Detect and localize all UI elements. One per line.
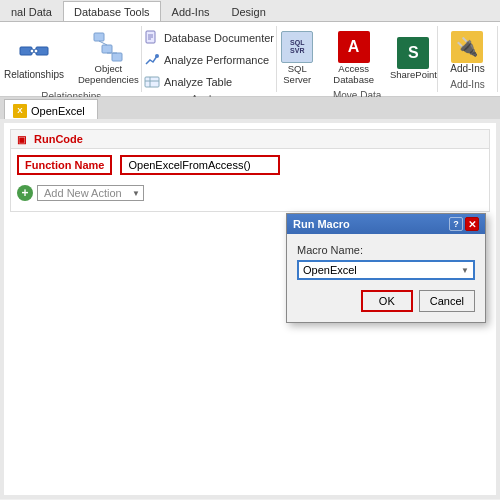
relationships-label: Relationships [4, 69, 64, 80]
add-action-row: + Add New Action ▼ [17, 181, 483, 205]
dialog-close-button[interactable]: ✕ [465, 217, 479, 231]
sql-server-icon: SQLSVR [281, 31, 313, 63]
ribbon: nal Data Database Tools Add-Ins Design [0, 0, 500, 97]
object-dependencies-button[interactable]: ObjectDependencies [73, 28, 144, 89]
dropdown-arrow-icon: ▼ [461, 266, 469, 275]
analyze-buttons: Database Documenter Analyze Performance [139, 28, 279, 92]
dialog-titlebar: Run Macro ? ✕ [287, 214, 485, 234]
sql-server-label: SQLServer [283, 63, 311, 85]
dialog-title-controls: ? ✕ [449, 217, 479, 231]
svg-point-4 [34, 49, 38, 53]
ok-button[interactable]: OK [361, 290, 413, 312]
tab-external-data[interactable]: nal Data [0, 1, 63, 21]
relationships-icon [18, 37, 50, 69]
svg-rect-15 [145, 77, 159, 87]
svg-rect-6 [102, 45, 112, 53]
analyze-table-icon [144, 74, 160, 90]
access-database-icon: A [338, 31, 370, 63]
db-documenter-icon [144, 30, 160, 46]
svg-point-14 [155, 54, 159, 58]
tab-add-ins[interactable]: Add-Ins [161, 1, 221, 21]
tab-database-tools[interactable]: Database Tools [63, 1, 161, 21]
tab-icon: X [13, 104, 27, 118]
ribbon-content: Relationships ObjectDependencies [0, 22, 500, 96]
addins-group-label: Add-Ins [450, 79, 484, 90]
add-ins-label: Add-Ins [450, 63, 484, 74]
ribbon-tab-bar: nal Data Database Tools Add-Ins Design [0, 0, 500, 22]
run-macro-dialog: Run Macro ? ✕ Macro Name: OpenExcel ▼ OK… [286, 213, 486, 323]
analyze-performance-button[interactable]: Analyze Performance [139, 50, 279, 70]
section-header: ▣ RunCode [10, 129, 490, 149]
ribbon-group-move-data: SQLSVR SQLServer A AccessDatabase S Shar… [277, 26, 438, 92]
function-name-label: Function Name [17, 155, 112, 175]
access-database-label: AccessDatabase [333, 63, 374, 85]
dialog-help-button[interactable]: ? [449, 217, 463, 231]
sharepoint-icon: S [397, 37, 429, 69]
function-name-value: OpenExcelFromAccess() [120, 155, 280, 175]
macro-name-label: Macro Name: [297, 244, 475, 256]
macro-name-input[interactable]: OpenExcel ▼ [297, 260, 475, 280]
section-label: RunCode [34, 133, 83, 145]
addins-buttons: 🔌 Add-Ins [442, 28, 492, 77]
move-data-buttons: SQLSVR SQLServer A AccessDatabase S Shar… [272, 28, 442, 88]
add-action-select-wrapper[interactable]: Add New Action ▼ [37, 185, 144, 201]
document-area: X OpenExcel ▣ RunCode Function Name Open… [0, 97, 500, 499]
analyze-performance-icon [144, 52, 160, 68]
dialog-body: Macro Name: OpenExcel ▼ OK Cancel [287, 234, 485, 322]
svg-rect-5 [94, 33, 104, 41]
tab-label: OpenExcel [31, 105, 85, 117]
main-content: ▣ RunCode Function Name OpenExcelFromAcc… [4, 123, 496, 495]
sharepoint-button[interactable]: S SharePoint [385, 34, 442, 83]
svg-line-8 [99, 41, 107, 45]
analyze-table-button[interactable]: Analyze Table [139, 72, 279, 92]
relationships-button[interactable]: Relationships [0, 34, 69, 83]
cancel-button[interactable]: Cancel [419, 290, 475, 312]
relationships-buttons: Relationships ObjectDependencies [0, 28, 144, 89]
open-excel-tab[interactable]: X OpenExcel [4, 99, 98, 119]
access-database-button[interactable]: A AccessDatabase [328, 28, 379, 88]
ribbon-group-addins: 🔌 Add-Ins Add-Ins [438, 26, 498, 92]
dialog-buttons: OK Cancel [297, 290, 475, 312]
ribbon-group-analyze: Database Documenter Analyze Performance [142, 26, 278, 92]
svg-rect-7 [112, 53, 122, 61]
object-dependencies-label: ObjectDependencies [78, 63, 139, 86]
analyze-vertical-buttons: Database Documenter Analyze Performance [139, 28, 279, 92]
add-ins-icon: 🔌 [451, 31, 483, 63]
svg-point-3 [30, 49, 34, 53]
db-documenter-button[interactable]: Database Documenter [139, 28, 279, 48]
object-dependencies-icon [92, 31, 124, 63]
section-body: Function Name OpenExcelFromAccess() + Ad… [10, 149, 490, 212]
dialog-title: Run Macro [293, 218, 350, 230]
run-code-section: ▣ RunCode Function Name OpenExcelFromAcc… [4, 123, 496, 218]
sharepoint-label: SharePoint [390, 69, 437, 80]
function-name-row: Function Name OpenExcelFromAccess() [17, 155, 483, 175]
add-ins-button[interactable]: 🔌 Add-Ins [442, 28, 492, 77]
add-new-action-select[interactable]: Add New Action [37, 185, 144, 201]
macro-name-value: OpenExcel [303, 264, 357, 276]
add-icon[interactable]: + [17, 185, 33, 201]
tab-bar: X OpenExcel [0, 97, 500, 119]
ribbon-group-relationships: Relationships ObjectDependencies [2, 26, 142, 92]
tab-design[interactable]: Design [221, 1, 277, 21]
sql-server-button[interactable]: SQLSVR SQLServer [272, 28, 322, 88]
